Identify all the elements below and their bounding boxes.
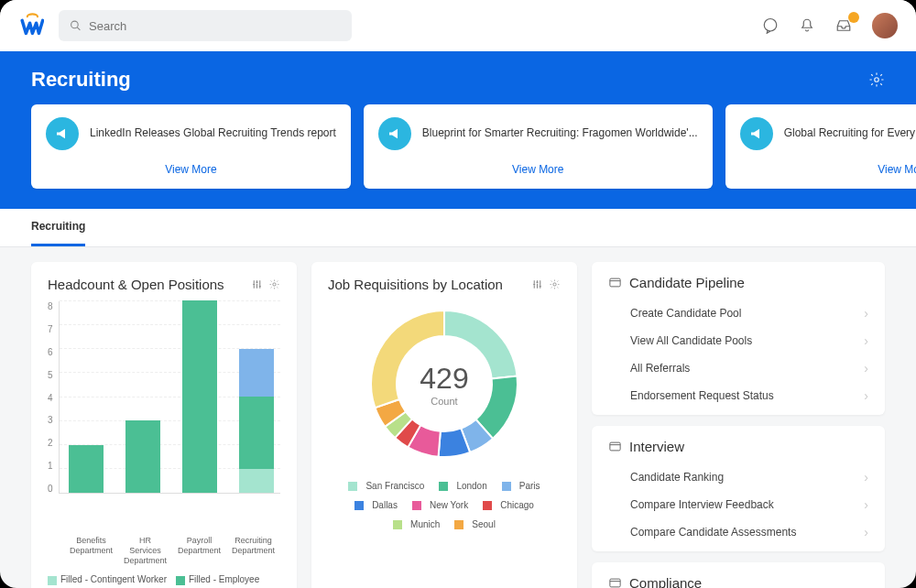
x-axis-label: PayrollDepartment	[172, 536, 226, 565]
page-title: Recruiting	[31, 68, 131, 92]
bar-segment[interactable]	[239, 469, 274, 493]
list-item[interactable]: Candidate Ranking›	[608, 463, 868, 491]
section-title: Interview	[629, 439, 684, 454]
window-icon	[608, 576, 622, 588]
news-title: LinkedIn Releases Global Recruiting Tren…	[90, 126, 336, 141]
search-box[interactable]	[59, 10, 352, 41]
legend-item[interactable]: Filled - Employee	[176, 574, 259, 584]
section-title: Candidate Pipeline	[629, 275, 745, 290]
list-item[interactable]: Compare Interview Feedback›	[608, 491, 868, 518]
panel-pipeline: Candidate Pipeline Create Candidate Pool…	[592, 262, 885, 415]
news-card: LinkedIn Releases Global Recruiting Tren…	[31, 104, 351, 189]
bar-segment[interactable]	[239, 397, 274, 469]
panel-requisitions: Job Requisitions by Location 429 Count S…	[311, 262, 577, 588]
panel-interview: Interview Candidate Ranking›Compare Inte…	[592, 426, 885, 551]
legend-item[interactable]: San Francisco	[348, 481, 424, 491]
svg-point-2	[764, 19, 777, 32]
donut-total-label: Count	[431, 396, 457, 407]
svg-point-8	[533, 283, 535, 285]
chevron-right-icon: ›	[864, 306, 868, 321]
chevron-right-icon: ›	[864, 361, 868, 376]
svg-rect-16	[610, 579, 620, 587]
svg-point-4	[253, 283, 255, 285]
x-axis-label: RecruitingDepartment	[226, 536, 280, 565]
hero-banner: Recruiting LinkedIn Releases Global Recr…	[0, 51, 916, 209]
news-card: Blueprint for Smarter Recruiting: Fragom…	[364, 104, 713, 189]
chat-icon[interactable]	[762, 17, 779, 34]
news-title: Global Recruiting for Every Season: How …	[784, 126, 916, 141]
news-title: Blueprint for Smarter Recruiting: Fragom…	[422, 126, 698, 141]
svg-point-0	[71, 21, 79, 28]
inbox-icon[interactable]	[835, 17, 852, 34]
bar-group	[69, 445, 104, 494]
list-item[interactable]: View All Candidate Pools›	[608, 327, 868, 354]
chevron-right-icon: ›	[864, 388, 868, 403]
svg-rect-12	[610, 278, 620, 287]
megaphone-icon	[46, 117, 79, 150]
svg-rect-14	[610, 442, 620, 451]
bell-icon[interactable]	[799, 17, 815, 34]
window-icon	[608, 440, 622, 453]
megaphone-icon	[378, 117, 411, 150]
svg-point-10	[540, 286, 541, 288]
gear-icon[interactable]	[268, 278, 280, 290]
donut-chart: 429 Count	[362, 301, 527, 466]
legend-item[interactable]: New York	[412, 500, 468, 510]
legend-item[interactable]: Dallas	[354, 500, 398, 510]
section-title: Compliance	[629, 575, 702, 588]
bar-segment[interactable]	[182, 300, 217, 493]
bar-group	[239, 349, 274, 494]
dashboard-content: Headcount & Open Positions 876543210 Ben…	[0, 247, 916, 588]
bar-group	[125, 420, 160, 493]
gear-icon[interactable]	[549, 278, 561, 290]
list-item[interactable]: All Referrals›	[608, 354, 868, 382]
legend-item[interactable]: Seoul	[454, 519, 496, 529]
x-axis-label: HRServices Department	[118, 536, 172, 565]
inbox-badge	[848, 12, 859, 23]
legend-item[interactable]: Filled - Contingent Worker	[48, 574, 167, 584]
view-more-link[interactable]: View More	[46, 159, 336, 180]
svg-point-6	[259, 286, 261, 288]
settings-icon[interactable]	[868, 71, 885, 88]
list-item[interactable]: Compare Candidate Assessments›	[608, 518, 868, 546]
panel-title: Job Requisitions by Location	[328, 277, 503, 292]
top-bar	[0, 0, 916, 51]
x-axis-label: BenefitsDepartment	[64, 536, 118, 565]
svg-point-9	[536, 281, 538, 283]
chevron-right-icon: ›	[864, 497, 868, 512]
bar-segment[interactable]	[239, 349, 274, 397]
legend-item[interactable]: Paris	[502, 481, 540, 491]
legend-item[interactable]: Chicago	[483, 500, 534, 510]
svg-point-7	[273, 283, 276, 286]
tab-recruiting[interactable]: Recruiting	[31, 209, 85, 246]
filter-icon[interactable]	[251, 278, 263, 290]
avatar[interactable]	[872, 13, 898, 38]
chevron-right-icon: ›	[864, 333, 868, 348]
news-row: LinkedIn Releases Global Recruiting Tren…	[31, 104, 885, 189]
app-logo[interactable]	[18, 13, 44, 38]
panel-headcount: Headcount & Open Positions 876543210 Ben…	[31, 262, 297, 588]
megaphone-icon	[740, 117, 773, 150]
bar-segment[interactable]	[125, 420, 160, 493]
search-input[interactable]	[89, 19, 341, 33]
legend-item[interactable]: London	[439, 481, 486, 491]
list-item[interactable]: Create Candidate Pool›	[608, 299, 868, 327]
legend-item[interactable]: Munich	[393, 519, 440, 529]
panel-title: Headcount & Open Positions	[48, 277, 224, 292]
tab-bar: Recruiting	[0, 209, 916, 247]
svg-line-1	[77, 27, 80, 30]
window-icon	[608, 276, 622, 289]
panel-compliance: Compliance Candidate Flow›Candidate Flow…	[592, 562, 885, 588]
bar-segment[interactable]	[69, 445, 104, 494]
bar-chart: 876543210	[48, 301, 280, 530]
list-item[interactable]: Endorsement Request Status›	[608, 382, 868, 409]
svg-point-5	[256, 281, 257, 283]
chevron-right-icon: ›	[864, 470, 868, 485]
filter-icon[interactable]	[531, 278, 543, 290]
view-more-link[interactable]: View More	[378, 159, 698, 180]
view-more-link[interactable]: View More	[740, 159, 916, 180]
svg-point-3	[875, 78, 879, 82]
search-icon	[70, 19, 82, 32]
svg-point-11	[553, 283, 556, 286]
bar-group	[182, 300, 217, 493]
